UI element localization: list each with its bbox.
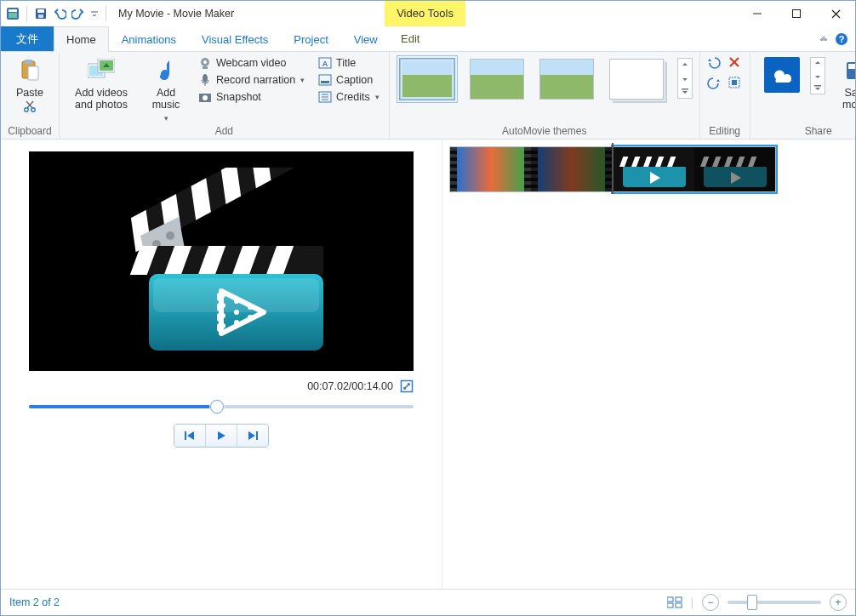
credits-button[interactable]: Credits▾ xyxy=(316,89,382,105)
zoom-in-button[interactable]: + xyxy=(830,594,847,611)
chevron-down-icon: ▾ xyxy=(300,76,305,84)
timeline-clip-2[interactable] xyxy=(613,146,776,192)
close-button[interactable] xyxy=(816,1,855,26)
add-videos-photos-button[interactable]: Add videos and photos xyxy=(66,55,136,113)
microphone-icon xyxy=(198,73,212,87)
svg-point-70 xyxy=(220,303,225,308)
svg-rect-2 xyxy=(9,13,17,18)
group-editing: Editing xyxy=(700,52,750,139)
svg-point-16 xyxy=(31,108,35,111)
redo-icon[interactable] xyxy=(71,7,85,20)
svg-point-74 xyxy=(234,310,239,315)
svg-point-75 xyxy=(234,320,239,325)
fullscreen-icon[interactable] xyxy=(400,379,414,393)
window-title: My Movie - Movie Maker xyxy=(118,8,234,20)
add-text-stack: A Title Caption Credits▾ xyxy=(316,55,382,105)
title-bar: My Movie - Movie Maker Video Tools xyxy=(1,1,855,26)
select-all-button[interactable] xyxy=(728,76,743,91)
paste-icon xyxy=(16,57,43,84)
maximize-button[interactable] xyxy=(777,1,816,26)
save-movie-button[interactable]: Save movie▾ xyxy=(834,55,856,124)
caption-button[interactable]: Caption xyxy=(316,72,382,88)
title-label: Title xyxy=(336,57,356,69)
svg-rect-39 xyxy=(682,88,688,90)
chevron-down-icon: ▾ xyxy=(164,114,168,123)
onedrive-button[interactable] xyxy=(757,55,807,94)
webcam-video-label: Webcam video xyxy=(216,57,286,69)
snapshot-label: Snapshot xyxy=(216,91,261,103)
svg-rect-44 xyxy=(814,85,821,87)
file-tab[interactable]: 文件 xyxy=(1,26,54,51)
add-music-button[interactable]: Add music ▾ xyxy=(145,55,187,124)
tab-edit[interactable]: Edit xyxy=(382,26,438,51)
share-more-button[interactable] xyxy=(810,57,825,94)
prev-frame-button[interactable] xyxy=(174,425,206,447)
svg-rect-4 xyxy=(37,9,44,13)
context-tab-area: Video Tools xyxy=(385,1,738,26)
playback-controls xyxy=(174,424,269,448)
svg-point-15 xyxy=(25,108,28,111)
tab-animations[interactable]: Animations xyxy=(109,26,189,52)
svg-rect-7 xyxy=(793,10,801,18)
help-icon[interactable]: ? xyxy=(835,26,848,51)
svg-rect-43 xyxy=(732,80,737,85)
music-note-icon xyxy=(152,57,180,84)
ribbon-tabs: 文件 Home Animations Visual Effects Projec… xyxy=(1,26,855,52)
onedrive-icon xyxy=(764,57,800,93)
snapshot-button[interactable]: Snapshot xyxy=(196,89,307,105)
svg-point-57 xyxy=(166,231,174,240)
theme-2[interactable] xyxy=(466,55,528,103)
svg-point-69 xyxy=(220,293,225,298)
undo-icon[interactable] xyxy=(53,7,66,20)
themes-more-button[interactable] xyxy=(677,58,693,99)
rotate-right-button[interactable] xyxy=(707,76,722,91)
zoom-out-button[interactable]: − xyxy=(702,594,719,611)
context-tab-video-tools[interactable]: Video Tools xyxy=(385,1,465,26)
theme-3[interactable] xyxy=(536,55,597,103)
preview-video[interactable] xyxy=(29,151,414,371)
collapse-ribbon-icon[interactable] xyxy=(819,26,828,51)
quick-access-toolbar xyxy=(1,1,113,26)
svg-rect-80 xyxy=(256,431,258,440)
rotate-left-button[interactable] xyxy=(707,55,722,71)
svg-rect-14 xyxy=(28,66,38,80)
svg-rect-96 xyxy=(676,597,682,602)
next-frame-button[interactable] xyxy=(237,425,268,447)
timeline-clip-1[interactable] xyxy=(449,146,613,192)
add-capture-stack: Webcam video Record narration▾ Snapshot xyxy=(196,55,307,105)
timeline-playhead[interactable] xyxy=(612,143,613,194)
theme-default[interactable] xyxy=(397,55,458,103)
svg-point-73 xyxy=(234,299,239,304)
timeline-pane[interactable] xyxy=(442,140,855,589)
svg-line-18 xyxy=(26,101,32,108)
webcam-video-button[interactable]: Webcam video xyxy=(196,55,307,71)
preview-scrubber[interactable] xyxy=(29,405,414,408)
tab-project[interactable]: Project xyxy=(281,26,340,52)
svg-point-76 xyxy=(248,305,253,310)
ribbon: Paste Clipboard Add videos and photos Ad xyxy=(1,52,855,140)
minimize-button[interactable] xyxy=(738,1,777,26)
cut-button[interactable] xyxy=(20,99,39,114)
caption-label: Caption xyxy=(336,74,373,86)
paste-button[interactable]: Paste xyxy=(8,55,52,100)
title-button[interactable]: A Title xyxy=(316,55,382,71)
theme-4[interactable] xyxy=(606,55,667,103)
group-automovie-label: AutoMovie themes xyxy=(397,124,693,137)
svg-text:?: ? xyxy=(839,34,845,44)
tab-visual-effects[interactable]: Visual Effects xyxy=(189,26,281,52)
svg-point-25 xyxy=(203,60,207,64)
svg-rect-95 xyxy=(667,597,673,602)
delete-button[interactable] xyxy=(728,55,743,71)
tab-home[interactable]: Home xyxy=(54,26,109,52)
zoom-slider[interactable] xyxy=(728,601,821,604)
qat-dropdown-icon[interactable] xyxy=(90,7,99,20)
thumbnails-view-icon[interactable] xyxy=(667,596,682,608)
svg-rect-34 xyxy=(321,81,329,83)
save-icon[interactable] xyxy=(34,7,48,20)
scissors-icon xyxy=(23,100,37,113)
play-button[interactable] xyxy=(206,425,237,447)
group-add-label: Add xyxy=(66,124,382,137)
record-narration-button[interactable]: Record narration▾ xyxy=(196,72,307,88)
group-editing-label: Editing xyxy=(707,124,743,137)
credits-icon xyxy=(318,90,332,104)
